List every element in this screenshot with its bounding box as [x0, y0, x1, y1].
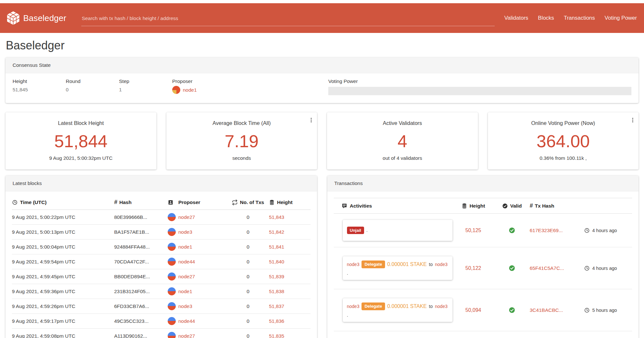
- tx-valid-cell: [494, 307, 530, 313]
- card-value: 364.00: [501, 131, 626, 151]
- proposer-link[interactable]: node3: [178, 303, 192, 309]
- block-tx-count: 0: [227, 289, 269, 294]
- consensus-proposer-link[interactable]: node1: [183, 87, 197, 93]
- tx-hash-link[interactable]: 3C41BACBC...: [530, 307, 563, 313]
- search-input[interactable]: [81, 12, 495, 26]
- kebab-menu-icon[interactable]: [629, 117, 636, 124]
- proposer-link[interactable]: node27: [178, 274, 195, 280]
- proposer-avatar-icon: [168, 243, 176, 251]
- col-activities-label: Activities: [350, 203, 372, 209]
- voting-power-bar: [328, 87, 631, 95]
- transaction-row: node3 Delegate 0.000001 STAKE to node3 .…: [334, 289, 632, 331]
- block-hash: 70CDA47C2F...: [114, 259, 168, 265]
- nav-validators[interactable]: Validators: [504, 15, 528, 21]
- tx-time-cell: 5 hours ago: [584, 307, 632, 313]
- block-tx-count: 0: [227, 244, 269, 250]
- proposer-avatar-icon: [168, 287, 176, 295]
- proposer-link[interactable]: node1: [178, 244, 192, 250]
- block-height-link[interactable]: 51,835: [269, 333, 284, 338]
- card-title: Latest Block Height: [18, 120, 144, 126]
- block-time: 9 Aug 2021, 5:00:04pm UTC: [12, 244, 114, 250]
- block-row: 9 Aug 2021, 5:00:04pm UTC 924884FFA48...…: [12, 240, 311, 254]
- block-height-link[interactable]: 51,836: [269, 318, 284, 324]
- nav-voting-power[interactable]: Voting Power: [605, 15, 637, 21]
- tx-height-link[interactable]: 50,125: [452, 228, 494, 233]
- blocks-table: Time (UTC) # Hash Proposer No. of Txs He…: [5, 191, 317, 338]
- activity-amount: 0.000001 STAKE: [387, 303, 427, 309]
- col-time-label: Time (UTC): [20, 200, 46, 205]
- card-title: Average Block Time (All): [179, 120, 304, 126]
- block-height-link[interactable]: 51,843: [269, 214, 284, 220]
- block-tx-count: 0: [227, 229, 269, 235]
- block-tx-count: 0: [227, 259, 269, 265]
- transactions-table-header: Activities Height Valid # Tx Hash: [334, 198, 632, 214]
- consensus-step: Step 1: [119, 78, 172, 95]
- proposer-link[interactable]: node27: [178, 333, 195, 338]
- tx-hash-link[interactable]: 65F41C5A7C...: [530, 265, 564, 271]
- nav-transactions[interactable]: Transactions: [564, 15, 595, 21]
- block-time: 9 Aug 2021, 4:59:45pm UTC: [12, 274, 114, 280]
- kebab-menu-icon[interactable]: [308, 117, 314, 124]
- block-height-link[interactable]: 51,840: [269, 259, 284, 265]
- block-hash: 49C35CC323...: [114, 318, 168, 324]
- block-height-link[interactable]: 51,841: [269, 244, 284, 250]
- activity-to-link[interactable]: node3: [435, 304, 448, 309]
- block-height-link[interactable]: 51,842: [269, 229, 284, 235]
- col-header-activities: Activities: [334, 203, 452, 209]
- col-header-height: Height: [269, 200, 311, 205]
- activity-to-link[interactable]: node3: [435, 262, 448, 267]
- card-value: 51,844: [18, 131, 144, 151]
- database-icon: [461, 203, 467, 209]
- proposer-link[interactable]: node27: [178, 214, 195, 220]
- block-row: 9 Aug 2021, 5:00:22pm UTC 80E399666B... …: [12, 210, 311, 225]
- tx-time-ago: 5 hours ago: [592, 308, 617, 313]
- transactions-title: Transactions: [327, 176, 639, 191]
- col-header-txs: No. of Txs: [227, 200, 269, 205]
- block-height-link[interactable]: 51,838: [269, 289, 284, 294]
- proposer-avatar-icon: [168, 302, 176, 310]
- block-tx-count: 0: [227, 274, 269, 280]
- clock-icon: [584, 307, 590, 313]
- proposer-link[interactable]: node1: [178, 289, 192, 294]
- block-tx-count: 0: [227, 333, 269, 338]
- hash-icon: #: [114, 199, 117, 206]
- nav-blocks[interactable]: Blocks: [538, 15, 554, 21]
- activity-from-link[interactable]: node3: [347, 262, 360, 267]
- tx-time-cell: 4 hours ago: [584, 265, 632, 271]
- block-row: 9 Aug 2021, 5:00:13pm UTC BA1F57AE1B... …: [12, 225, 311, 240]
- tx-time-ago: 4 hours ago: [592, 266, 617, 271]
- latest-blocks-title: Latest blocks: [5, 176, 317, 191]
- delegate-badge: Delegate: [362, 261, 385, 268]
- block-time: 9 Aug 2021, 4:59:26pm UTC: [12, 303, 114, 309]
- page-title: Baseledger: [6, 39, 644, 52]
- col-header-time: Time (UTC): [12, 200, 114, 205]
- card-caption: 9 Aug 2021, 5:00:32pm UTC: [18, 155, 144, 161]
- block-height-link[interactable]: 51,839: [269, 274, 284, 280]
- valid-check-icon: [509, 265, 515, 271]
- card-value: 7.19: [179, 131, 304, 151]
- proposer-link[interactable]: node44: [178, 318, 195, 324]
- transaction-row: node3 Delegate 0.000001 STAKE to node3 .…: [334, 247, 632, 289]
- transaction-row: Unjail . 50,125 617E323E69... 4 hours ag…: [334, 214, 632, 247]
- tx-height-link[interactable]: 50,122: [452, 265, 494, 271]
- block-time: 9 Aug 2021, 5:00:13pm UTC: [12, 229, 114, 235]
- tx-time-ago: 4 hours ago: [592, 228, 617, 233]
- activity-card: Unjail .: [343, 220, 452, 241]
- hash-icon: #: [530, 202, 533, 209]
- block-tx-count: 0: [227, 303, 269, 309]
- block-tx-count: 0: [227, 214, 269, 220]
- consensus-state-title: Consensus State: [5, 57, 639, 73]
- clock-icon: [584, 265, 590, 271]
- block-height-link[interactable]: 51,837: [269, 303, 284, 309]
- proposer-link[interactable]: node3: [178, 229, 192, 235]
- block-hash: BB0DED894E...: [114, 274, 168, 280]
- activity-from-link[interactable]: node3: [347, 304, 360, 309]
- proposer-link[interactable]: node44: [178, 259, 195, 265]
- transactions-table: Activities Height Valid # Tx Hash: [327, 191, 639, 331]
- tx-height-link[interactable]: 50,094: [452, 307, 494, 313]
- col-proposer-label: Proposer: [178, 200, 200, 205]
- main-nav: Validators Blocks Transactions Voting Po…: [504, 15, 637, 21]
- consensus-height-value: 51,845: [13, 87, 66, 93]
- activity-connector: to: [429, 262, 433, 267]
- tx-hash-link[interactable]: 617E323E69...: [530, 228, 563, 233]
